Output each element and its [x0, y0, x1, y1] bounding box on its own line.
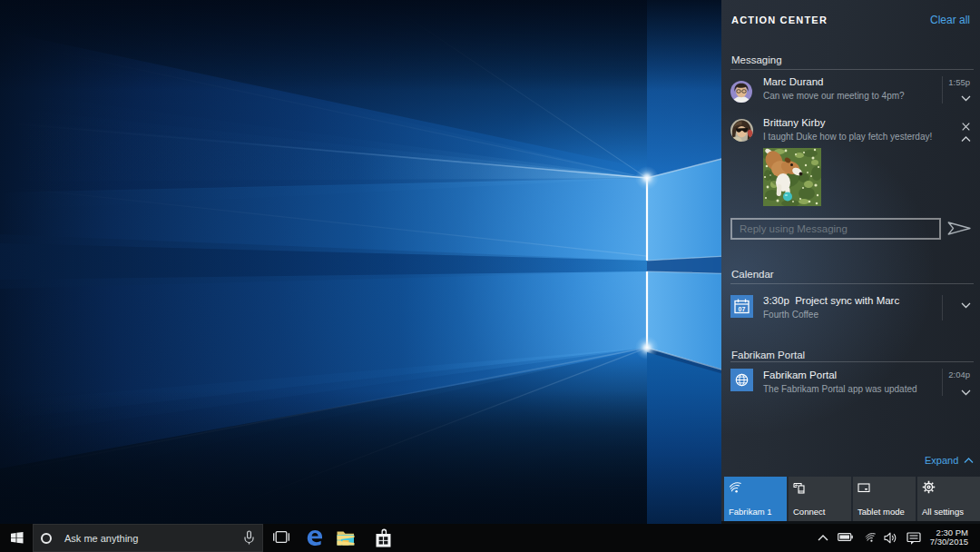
svg-text:07: 07	[739, 306, 746, 312]
